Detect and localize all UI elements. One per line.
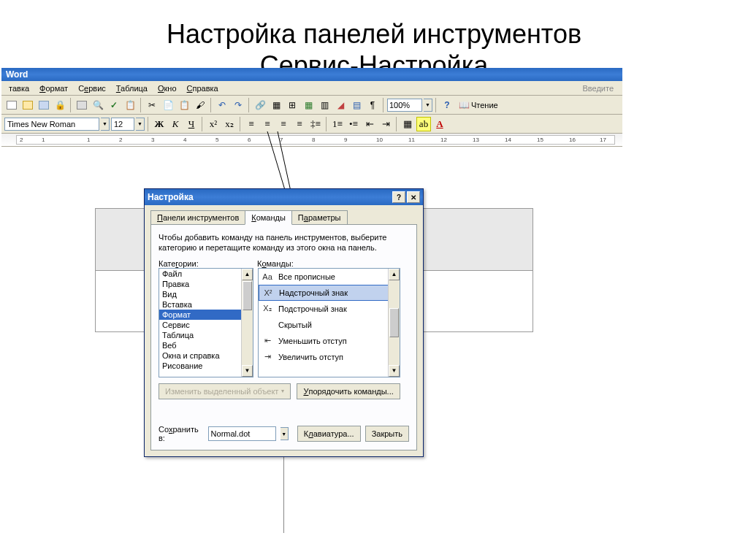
show-marks-button[interactable]: ¶: [365, 98, 380, 112]
bullets-button[interactable]: •≡: [346, 117, 361, 131]
command-icon: ⇥: [261, 351, 274, 363]
underline-button[interactable]: Ч: [184, 117, 199, 131]
print-button[interactable]: [75, 98, 89, 112]
tables-borders-button[interactable]: ▦: [269, 98, 283, 112]
category-item[interactable]: Файл: [159, 269, 253, 279]
close-button[interactable]: Закрыть: [365, 426, 409, 442]
superscript-button[interactable]: x²: [206, 117, 221, 131]
keyboard-button[interactable]: Клавиатура...: [297, 426, 361, 442]
bold-button[interactable]: Ж: [152, 117, 167, 131]
scroll-thumb[interactable]: [389, 308, 399, 337]
commands-scrollbar[interactable]: ▲ ▼: [388, 269, 400, 377]
dialog-titlebar[interactable]: Настройка ? ✕: [145, 189, 423, 205]
font-name-arrow[interactable]: ▼: [101, 118, 110, 131]
category-item[interactable]: Окна и справка: [159, 350, 253, 361]
command-item[interactable]: Скрытый: [259, 317, 400, 333]
highlight-button[interactable]: ab: [416, 117, 431, 131]
category-item[interactable]: Формат: [159, 310, 253, 320]
ruler[interactable]: 2 1 1 2 3 4 5 6 7 8 9 10 11 12 13 14 15 …: [1, 134, 622, 147]
reading-layout-button[interactable]: 📖Чтение: [456, 98, 501, 112]
help-button[interactable]: ?: [440, 98, 454, 112]
subscript-button[interactable]: x₂: [222, 117, 237, 131]
scroll-thumb[interactable]: [243, 281, 252, 310]
commands-listbox[interactable]: АаВсе прописныеX²Надстрочный знакX₂Подст…: [258, 268, 400, 377]
font-size-arrow[interactable]: ▼: [136, 118, 145, 131]
categories-scrollbar[interactable]: ▲ ▼: [241, 269, 253, 377]
align-right-button[interactable]: ≡: [276, 117, 291, 131]
category-item[interactable]: Вставка: [159, 299, 253, 310]
categories-listbox[interactable]: ФайлПравкаВидВставкаФорматСервисТаблицаВ…: [159, 268, 253, 377]
category-item[interactable]: Веб: [159, 340, 253, 350]
zoom-dropdown-arrow[interactable]: ▼: [424, 99, 432, 112]
numbering-button[interactable]: 1≡: [330, 117, 345, 131]
category-item[interactable]: Правка: [159, 279, 253, 289]
drawing-button[interactable]: ◢: [333, 98, 348, 112]
excel-button[interactable]: ▦: [301, 98, 316, 112]
print-preview-button[interactable]: 🔍: [91, 98, 105, 112]
save-in-arrow[interactable]: ▼: [280, 427, 289, 440]
cut-button[interactable]: ✂: [145, 98, 159, 112]
increase-indent-button[interactable]: ⇥: [378, 117, 393, 131]
scroll-down-button[interactable]: ▼: [389, 365, 400, 377]
tab-options[interactable]: Параметры: [291, 210, 348, 225]
menu-help[interactable]: Справка: [183, 83, 223, 94]
menu-bar[interactable]: тавка Формат Сервис Таблица Окно Справка…: [1, 81, 622, 96]
copy-button[interactable]: 📄: [161, 98, 175, 112]
decrease-indent-button[interactable]: ⇤: [362, 117, 377, 131]
justify-button[interactable]: ≡: [292, 117, 307, 131]
menu-service[interactable]: Сервис: [74, 83, 110, 94]
vertical-divider: [283, 445, 284, 533]
command-item[interactable]: X₂Подстрочный знак: [259, 301, 400, 317]
category-item[interactable]: Сервис: [159, 320, 253, 330]
scroll-up-button[interactable]: ▲: [242, 269, 253, 280]
align-left-button[interactable]: ≡: [244, 117, 259, 131]
category-item[interactable]: Рисование: [159, 361, 253, 371]
undo-button[interactable]: ↶: [215, 98, 229, 112]
research-button[interactable]: 📋: [123, 98, 137, 112]
menu-window[interactable]: Окно: [153, 83, 181, 94]
redo-button[interactable]: ↷: [231, 98, 245, 112]
save-in-combo[interactable]: Normal.dot: [208, 426, 276, 441]
command-item[interactable]: ⇥Увеличить отступ: [259, 349, 400, 365]
new-doc-button[interactable]: [4, 98, 19, 112]
align-center-button[interactable]: ≡: [260, 117, 275, 131]
italic-button[interactable]: К: [168, 117, 183, 131]
font-size-combo[interactable]: 12: [111, 118, 134, 131]
menu-table[interactable]: Таблица: [112, 83, 152, 94]
line-spacing-button[interactable]: ‡≡: [308, 117, 323, 131]
borders-button[interactable]: ▦: [400, 117, 415, 131]
spellcheck-button[interactable]: ✓: [107, 98, 121, 112]
rearrange-commands-button[interactable]: Упорядочить команды...: [297, 383, 400, 399]
scroll-up-button[interactable]: ▲: [389, 269, 400, 280]
format-painter-button[interactable]: 🖌: [193, 98, 207, 112]
command-label: Подстрочный знак: [278, 304, 347, 313]
command-icon: [261, 319, 274, 331]
help-icon[interactable]: ?: [392, 191, 405, 203]
insert-table-button[interactable]: ⊞: [285, 98, 299, 112]
command-item[interactable]: ⇤Уменьшить отступ: [259, 333, 400, 349]
tab-commands[interactable]: Команды: [245, 210, 292, 225]
slide-title-line1: Настройка панелей инструментов: [0, 18, 748, 50]
font-color-button[interactable]: А: [432, 117, 447, 131]
hyperlink-button[interactable]: 🔗: [253, 98, 267, 112]
type-a-question[interactable]: Введите: [578, 83, 619, 94]
scroll-down-button[interactable]: ▼: [242, 365, 253, 377]
category-item[interactable]: Таблица: [159, 330, 253, 340]
command-item[interactable]: АаВсе прописные: [259, 269, 400, 285]
open-button[interactable]: [20, 98, 35, 112]
menu-vstavka[interactable]: тавка: [4, 83, 34, 94]
standard-toolbar: 🔒 🔍 ✓ 📋 ✂ 📄 📋 🖌 ↶ ↷ 🔗 ▦ ⊞ ▦ ▥ ◢ ▤ ¶ 100%…: [1, 96, 622, 115]
save-button[interactable]: [37, 98, 51, 112]
command-item[interactable]: X²Надстрочный знак: [259, 285, 400, 301]
paste-button[interactable]: 📋: [177, 98, 191, 112]
tab-toolbars[interactable]: Панели инструментов: [150, 210, 245, 225]
close-icon[interactable]: ✕: [407, 191, 420, 203]
columns-button[interactable]: ▥: [317, 98, 332, 112]
command-icon: Аа: [261, 271, 274, 283]
category-item[interactable]: Вид: [159, 289, 253, 299]
docmap-button[interactable]: ▤: [349, 98, 364, 112]
menu-format[interactable]: Формат: [35, 83, 72, 94]
font-name-combo[interactable]: Times New Roman: [4, 118, 99, 131]
permission-button[interactable]: 🔒: [53, 98, 67, 112]
zoom-combo[interactable]: 100%: [387, 99, 422, 112]
